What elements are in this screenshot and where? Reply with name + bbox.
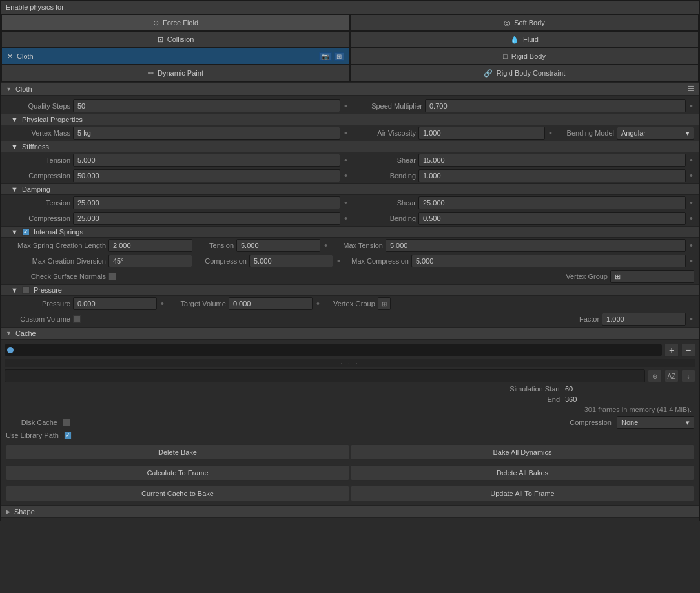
damping-bending-dot[interactable]: • bbox=[688, 214, 694, 223]
max-creation-diversion-field[interactable]: 45° bbox=[108, 255, 192, 267]
physics-btn-rigid-body-constraint[interactable]: 🔗 Rigid Body Constraint bbox=[351, 65, 698, 81]
rigid-body-constraint-icon: 🔗 bbox=[484, 69, 493, 78]
damping-bending-group: Bending 0.500 • bbox=[351, 212, 694, 225]
physics-btn-cloth[interactable]: ✕ Cloth 📷 ⊞ bbox=[2, 48, 349, 64]
max-creation-diversion-label: Max Creation Diversion bbox=[6, 257, 106, 265]
pressure-vertex-group-btn[interactable]: ⊞ bbox=[378, 297, 391, 310]
damping-compression-field[interactable]: 25.000 bbox=[73, 212, 340, 225]
stiffness-compression-field[interactable]: 50.000 bbox=[73, 169, 340, 182]
calculate-to-frame-btn[interactable]: Calculate To Frame bbox=[6, 465, 349, 481]
max-spring-length-label: Max Spring Creation Length bbox=[6, 242, 106, 249]
physics-btn-collision[interactable]: ⊡ Collision bbox=[2, 32, 349, 47]
cache-controls-row: ⊕ AZ ↓ bbox=[1, 368, 699, 384]
damping-tension-field[interactable]: 25.000 bbox=[73, 196, 340, 209]
air-viscosity-dot[interactable]: • bbox=[548, 129, 553, 138]
speed-multiplier-field[interactable]: 0.700 bbox=[425, 99, 686, 112]
damping-tension-dot[interactable]: • bbox=[343, 198, 349, 207]
cloth-extra-icon[interactable]: ⊞ bbox=[334, 52, 344, 61]
damping-shear-dot[interactable]: • bbox=[688, 198, 694, 207]
pressure-checkbox[interactable] bbox=[22, 286, 30, 294]
update-all-to-frame-btn[interactable]: Update All To Frame bbox=[351, 486, 694, 501]
quality-steps-field[interactable]: 50 bbox=[73, 99, 340, 112]
stiffness-shear-dot[interactable]: • bbox=[688, 156, 694, 165]
damping-triangle: ▼ bbox=[11, 185, 18, 193]
delete-all-bakes-btn[interactable]: Delete All Bakes bbox=[351, 465, 694, 481]
physics-btn-rigid-body[interactable]: □ Rigid Body bbox=[351, 48, 698, 64]
damping-bending-field[interactable]: 0.500 bbox=[418, 212, 686, 225]
stiffness-bending-dot[interactable]: • bbox=[688, 171, 694, 180]
camera-icon[interactable]: 📷 bbox=[319, 52, 332, 61]
disk-cache-checkbox[interactable] bbox=[63, 419, 70, 426]
cache-down-btn[interactable]: ↓ bbox=[681, 369, 695, 382]
cache-triangle: ▼ bbox=[6, 330, 12, 337]
cache-sort-btn[interactable]: AZ bbox=[664, 369, 679, 382]
stiffness-shear-field[interactable]: 15.000 bbox=[418, 154, 686, 167]
cache-content: + − · · · ⊕ AZ ↓ Simulation Start 60 bbox=[1, 340, 699, 505]
cache-path-field[interactable] bbox=[5, 369, 645, 382]
cloth-section-menu-icon[interactable]: ☰ bbox=[688, 85, 694, 93]
rigid-body-icon: □ bbox=[503, 52, 508, 60]
delete-bake-btn[interactable]: Delete Bake bbox=[6, 444, 349, 460]
physics-btn-force-field[interactable]: ⊕ Force Field bbox=[2, 15, 349, 30]
max-tension-field[interactable]: 5.000 bbox=[386, 239, 686, 252]
shape-triangle: ▶ bbox=[6, 508, 10, 515]
stiffness-tension-field[interactable]: 5.000 bbox=[73, 154, 340, 167]
soft-body-label: Soft Body bbox=[514, 19, 545, 26]
damping-compression-dot[interactable]: • bbox=[343, 214, 349, 223]
pressure-row-2: Custom Volume Factor 1.000 • bbox=[1, 311, 699, 327]
check-surface-normals-checkbox[interactable] bbox=[108, 273, 116, 280]
max-compression-dot[interactable]: • bbox=[688, 256, 694, 265]
max-tension-dot[interactable]: • bbox=[688, 241, 694, 250]
springs-compression-field[interactable]: 5.000 bbox=[249, 255, 333, 267]
air-viscosity-field[interactable]: 1.000 bbox=[418, 127, 545, 140]
bending-model-chevron: ▾ bbox=[686, 129, 690, 138]
cache-section-header: ▼ Cache bbox=[1, 327, 699, 340]
bending-model-select[interactable]: Angular ▾ bbox=[617, 127, 694, 140]
target-volume-dot[interactable]: • bbox=[315, 299, 321, 308]
custom-volume-checkbox[interactable] bbox=[73, 315, 81, 323]
collision-icon: ⊡ bbox=[158, 36, 163, 44]
max-compression-field[interactable]: 5.000 bbox=[411, 255, 686, 267]
stiffness-compression-dot[interactable]: • bbox=[343, 171, 349, 180]
compression-label: Compression bbox=[560, 419, 612, 426]
cache-zoom-in-btn[interactable]: + bbox=[664, 344, 679, 357]
springs-vertex-group-field[interactable]: ⊞ bbox=[610, 270, 694, 283]
stiffness-tension-dot[interactable]: • bbox=[343, 156, 349, 165]
compression-select[interactable]: None ▾ bbox=[617, 416, 694, 429]
pressure-value-field[interactable]: 0.000 bbox=[73, 297, 157, 310]
current-cache-to-bake-btn[interactable]: Current Cache to Bake bbox=[6, 486, 349, 501]
factor-field[interactable]: 1.000 bbox=[602, 313, 686, 326]
use-library-path-checkbox[interactable] bbox=[64, 432, 72, 439]
cache-zoom-out-btn[interactable]: − bbox=[681, 344, 695, 357]
stiffness-bending-value: 1.000 bbox=[423, 172, 441, 180]
vertex-mass-field[interactable]: 5 kg bbox=[73, 127, 340, 140]
sim-start-label: Simulation Start bbox=[6, 385, 565, 393]
compression-chevron: ▾ bbox=[686, 419, 690, 427]
physics-btn-dynamic-paint[interactable]: ✏ Dynamic Paint bbox=[2, 65, 349, 81]
damping-shear-field[interactable]: 25.000 bbox=[418, 196, 686, 209]
stiffness-bending-field[interactable]: 1.000 bbox=[418, 169, 686, 182]
bake-all-dynamics-btn[interactable]: Bake All Dynamics bbox=[351, 444, 694, 460]
max-spring-length-field[interactable]: 2.000 bbox=[108, 239, 192, 252]
quality-steps-dot[interactable]: • bbox=[343, 101, 349, 110]
stiffness-compression-group: Compression 50.000 • bbox=[6, 169, 349, 182]
sim-end-value: 360 bbox=[565, 395, 694, 403]
springs-tension-dot[interactable]: • bbox=[323, 241, 329, 250]
max-tension-value: 5.000 bbox=[390, 242, 408, 249]
vertex-mass-value: 5 kg bbox=[77, 129, 91, 137]
springs-tension-field[interactable]: 5.000 bbox=[236, 239, 320, 252]
target-volume-field[interactable]: 0.000 bbox=[229, 297, 313, 310]
vertex-mass-dot[interactable]: • bbox=[343, 129, 349, 138]
speed-multiplier-dot[interactable]: • bbox=[688, 101, 694, 110]
physics-btn-fluid[interactable]: 💧 Fluid bbox=[351, 32, 698, 47]
physics-btn-soft-body[interactable]: ◎ Soft Body bbox=[351, 15, 698, 30]
damping-tension-row: Tension 25.000 • Shear 25.000 • bbox=[1, 195, 699, 211]
cache-timeline-bar[interactable] bbox=[5, 344, 662, 356]
springs-compression-dot[interactable]: • bbox=[336, 256, 342, 265]
pressure-dot[interactable]: • bbox=[160, 299, 165, 308]
factor-dot[interactable]: • bbox=[688, 315, 694, 324]
stiffness-tension-group: Tension 5.000 • bbox=[6, 154, 349, 167]
sim-start-value: 60 bbox=[565, 385, 694, 393]
cache-path-icon-btn[interactable]: ⊕ bbox=[648, 369, 662, 382]
internal-springs-checkbox[interactable] bbox=[22, 228, 30, 236]
